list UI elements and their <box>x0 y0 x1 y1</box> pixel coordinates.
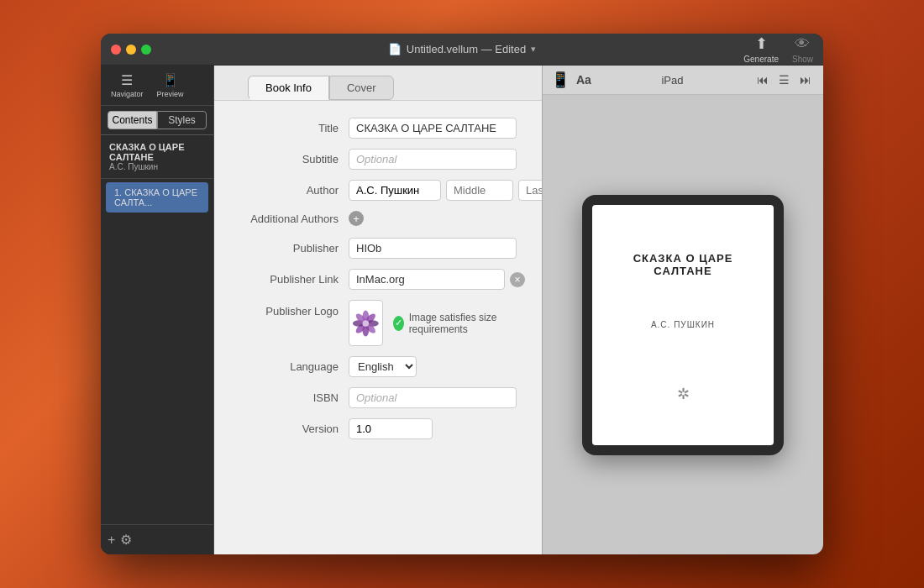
add-author-button[interactable]: + <box>349 211 364 226</box>
publisher-link-row: Publisher Link × <box>239 269 517 290</box>
clear-publisher-link-button[interactable]: × <box>510 272 525 287</box>
svg-point-8 <box>362 320 369 327</box>
editor-panel: Book Info Cover Title Subtitle Author <box>214 66 542 554</box>
main-window: 📄 Untitled.vellum — Edited ▾ ⬆ Generate … <box>101 34 823 554</box>
sidebar-footer: + ⚙ <box>101 524 213 554</box>
close-button[interactable] <box>111 45 121 55</box>
book-preview-star: ✲ <box>677 385 690 403</box>
device-icon: 📱 <box>551 71 570 89</box>
title-bar: 📄 Untitled.vellum — Edited ▾ ⬆ Generate … <box>101 34 823 66</box>
language-label: Language <box>239 360 349 373</box>
show-icon: 👁 <box>795 35 810 53</box>
title-label: Title <box>239 122 349 134</box>
isbn-row: ISBN <box>239 387 517 408</box>
preview-button[interactable]: 📱 Preview <box>157 72 184 98</box>
language-select[interactable]: English Russian French German Spanish <box>349 356 417 377</box>
version-row: Version <box>239 418 517 439</box>
tablet-frame: СКАЗКА О ЦАРЕ САЛТАНЕ А.С. ПУШКИН ✲ <box>582 195 784 455</box>
navigator-label: Navigator <box>111 90 144 98</box>
logo-placeholder[interactable] <box>349 300 383 346</box>
additional-authors-label: Additional Authors <box>239 213 349 225</box>
publisher-label: Publisher <box>239 242 349 255</box>
tablet-screen: СКАЗКА О ЦАРЕ САЛТАНЕ А.С. ПУШКИН ✲ <box>592 205 774 445</box>
language-row: Language English Russian French German S… <box>239 356 517 377</box>
sidebar-book-title: СКАЗКА О ЦАРЕ САЛТАНЕ <box>109 142 205 162</box>
logo-status-text: Image satisfies size requirements <box>409 312 517 335</box>
publisher-input[interactable] <box>349 238 517 259</box>
title-input[interactable] <box>349 118 517 139</box>
window-title-area: 📄 Untitled.vellum — Edited ▾ <box>388 43 536 55</box>
device-name: iPad <box>598 74 747 87</box>
additional-authors-row: Additional Authors + <box>239 211 517 226</box>
preview-content: СКАЗКА О ЦАРЕ САЛТАНЕ А.С. ПУШКИН ✲ <box>543 95 823 554</box>
sidebar-tabs: Contents Styles <box>101 106 213 135</box>
preview-label: Preview <box>157 90 184 98</box>
author-middle-input[interactable] <box>446 180 513 201</box>
sidebar-toolbar: ☰ Navigator 📱 Preview <box>101 66 213 106</box>
flower-logo-image <box>349 305 382 342</box>
title-row: Title <box>239 118 517 139</box>
sidebar-book-author: А.С. Пушкин <box>109 162 205 171</box>
font-size-icon: Aa <box>576 73 591 87</box>
preview-toolbar: 📱 Aa iPad ⏮ ☰ ⏭ <box>543 66 823 95</box>
sidebar: ☰ Navigator 📱 Preview Contents Styles СК… <box>101 66 214 554</box>
author-row: Author <box>239 180 517 201</box>
tab-book-info[interactable]: Book Info <box>248 76 329 100</box>
edited-chevron[interactable]: ▾ <box>531 44 536 55</box>
navigator-button[interactable]: ☰ Navigator <box>111 72 144 98</box>
tab-cover[interactable]: Cover <box>329 76 394 100</box>
toc-button[interactable]: ☰ <box>775 71 793 88</box>
author-first-input[interactable] <box>349 180 441 201</box>
toolbar-right: ⬆ Generate 👁 Show <box>743 34 813 64</box>
author-label: Author <box>239 184 349 197</box>
isbn-label: ISBN <box>239 391 349 404</box>
preview-panel: 📱 Aa iPad ⏮ ☰ ⏭ СКАЗКА О ЦАРЕ САЛТАНЕ <box>542 66 823 554</box>
tab-contents[interactable]: Contents <box>108 111 157 129</box>
show-label: Show <box>792 55 813 64</box>
version-input[interactable] <box>349 418 433 439</box>
publisher-logo-label: Publisher Logo <box>239 300 349 318</box>
publisher-link-field-area: × <box>349 269 525 290</box>
preview-nav-buttons: ⏮ ☰ ⏭ <box>753 71 815 88</box>
logo-status-area: ✓ Image satisfies size requirements <box>393 312 517 335</box>
generate-button[interactable]: ⬆ Generate <box>743 34 779 64</box>
navigator-icon: ☰ <box>121 72 133 88</box>
publisher-logo-area: ✓ Image satisfies size requirements <box>349 300 517 346</box>
publisher-row: Publisher <box>239 238 517 259</box>
book-preview-title: СКАЗКА О ЦАРЕ САЛТАНЕ <box>609 252 757 277</box>
version-label: Version <box>239 423 349 435</box>
isbn-input[interactable] <box>349 387 517 408</box>
main-content: ☰ Navigator 📱 Preview Contents Styles СК… <box>101 66 823 554</box>
sidebar-item-chapter[interactable]: 1. СКАЗКА О ЦАРЕ САЛТА... <box>106 182 208 213</box>
publisher-logo-row: Publisher Logo <box>239 300 517 346</box>
last-page-button[interactable]: ⏭ <box>796 71 815 88</box>
editor-tabs: Book Info Cover <box>214 66 542 101</box>
generate-icon: ⬆ <box>755 34 768 53</box>
sidebar-book-header: СКАЗКА О ЦАРЕ САЛТАНЕ А.С. Пушкин <box>101 135 213 179</box>
window-title: Untitled.vellum — Edited <box>407 43 526 55</box>
traffic-lights <box>111 45 151 55</box>
author-last-input[interactable] <box>518 180 542 201</box>
subtitle-label: Subtitle <box>239 153 349 165</box>
preview-icon: 📱 <box>162 72 179 88</box>
form-area: Title Subtitle Author <box>214 101 542 554</box>
author-fields <box>349 180 542 201</box>
show-button[interactable]: 👁 Show <box>792 35 813 64</box>
maximize-button[interactable] <box>141 45 151 55</box>
vellum-icon: 📄 <box>388 43 402 55</box>
generate-label: Generate <box>743 55 779 64</box>
first-page-button[interactable]: ⏮ <box>753 71 772 88</box>
subtitle-row: Subtitle <box>239 149 517 170</box>
settings-button[interactable]: ⚙ <box>120 532 132 548</box>
tab-styles[interactable]: Styles <box>157 111 207 129</box>
publisher-link-input[interactable] <box>349 269 505 290</box>
book-preview-author: А.С. ПУШКИН <box>651 320 715 329</box>
minimize-button[interactable] <box>126 45 136 55</box>
subtitle-input[interactable] <box>349 149 517 170</box>
add-item-button[interactable]: + <box>108 533 115 548</box>
check-icon: ✓ <box>393 316 404 331</box>
publisher-link-label: Publisher Link <box>239 273 349 286</box>
